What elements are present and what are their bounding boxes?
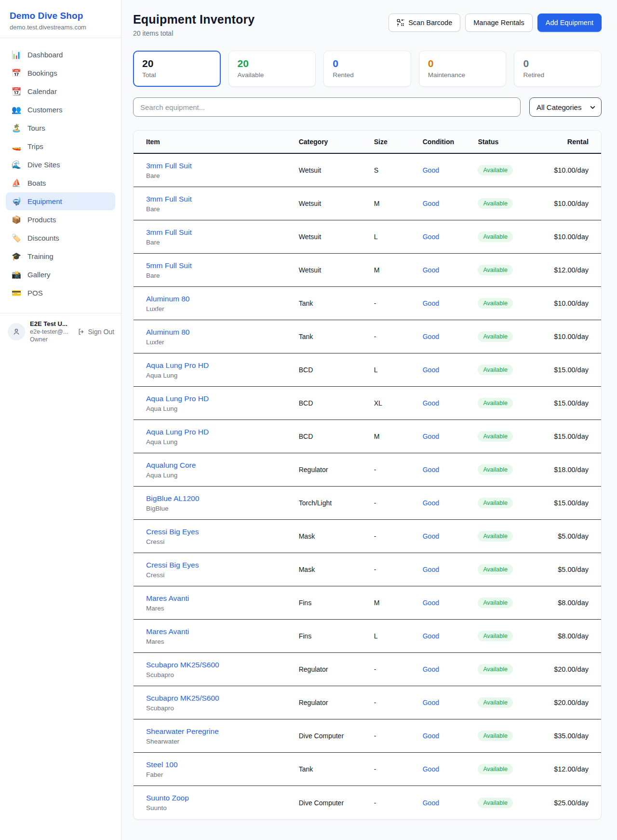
category-select[interactable]: All Categories (529, 97, 602, 117)
condition-link[interactable]: Good (423, 399, 439, 407)
stat-card-total[interactable]: 20 Total (133, 51, 221, 87)
size-cell: L (374, 632, 423, 640)
item-name-link[interactable]: 3mm Full Suit (146, 195, 299, 203)
condition-link[interactable]: Good (423, 366, 439, 374)
table-row: Aqua Lung Pro HD Aqua Lung BCD XL Good A… (134, 387, 601, 420)
sidebar-item-boats[interactable]: ⛵ Boats (6, 174, 115, 192)
condition-link[interactable]: Good (423, 632, 439, 640)
sidebar-item-equipment[interactable]: 🤿 Equipment (6, 192, 115, 210)
sidebar-item-discounts[interactable]: 🏷️ Discounts (6, 229, 115, 247)
category-cell: BCD (299, 366, 374, 374)
condition-link[interactable]: Good (423, 233, 439, 241)
sign-out-icon (78, 328, 85, 336)
item-name-link[interactable]: 3mm Full Suit (146, 162, 299, 170)
sidebar-item-trips[interactable]: 🚤 Trips (6, 137, 115, 155)
condition-link[interactable]: Good (423, 466, 439, 474)
item-name-link[interactable]: Aqua Lung Pro HD (146, 394, 299, 403)
condition-cell: Good (423, 399, 478, 407)
condition-link[interactable]: Good (423, 765, 439, 773)
item-name-link[interactable]: Suunto Zoop (146, 794, 299, 802)
add-equipment-button[interactable]: Add Equipment (537, 14, 602, 32)
item-name-link[interactable]: Scubapro MK25/S600 (146, 694, 299, 703)
rental-cell: $12.00/day (536, 266, 589, 274)
sidebar-item-dive-sites[interactable]: 🌊 Dive Sites (6, 156, 115, 174)
sidebar-item-bookings[interactable]: 📅 Bookings (6, 64, 115, 82)
category-cell: Mask (299, 566, 374, 573)
status-badge: Available (478, 531, 513, 542)
condition-link[interactable]: Good (423, 665, 439, 673)
sidebar-item-calendar[interactable]: 📆 Calendar (6, 82, 115, 100)
table-row: Shearwater Peregrine Shearwater Dive Com… (134, 719, 601, 753)
condition-link[interactable]: Good (423, 433, 439, 440)
size-cell: - (374, 665, 423, 673)
column-header-category: Category (299, 138, 374, 146)
stat-card-maintenance[interactable]: 0 Maintenance (419, 51, 507, 87)
condition-link[interactable]: Good (423, 499, 439, 507)
condition-link[interactable]: Good (423, 333, 439, 340)
item-name-link[interactable]: Aqua Lung Pro HD (146, 428, 299, 436)
condition-link[interactable]: Good (423, 566, 439, 573)
sidebar-item-label: Discounts (27, 234, 59, 242)
item-name-link[interactable]: Aqua Lung Pro HD (146, 361, 299, 370)
category-cell: Torch/Light (299, 499, 374, 507)
item-name-link[interactable]: Aqualung Core (146, 461, 299, 470)
condition-link[interactable]: Good (423, 166, 439, 174)
condition-link[interactable]: Good (423, 732, 439, 740)
stat-card-retired[interactable]: 0 Retired (514, 51, 602, 87)
item-name-link[interactable]: Mares Avanti (146, 594, 299, 603)
sidebar-item-products[interactable]: 📦 Products (6, 211, 115, 229)
item-name-link[interactable]: Scubapro MK25/S600 (146, 661, 299, 669)
condition-link[interactable]: Good (423, 266, 439, 274)
manage-rentals-button[interactable]: Manage Rentals (465, 14, 533, 32)
equipment-table: Item Category Size Condition Status Rent… (133, 130, 602, 820)
item-name-link[interactable]: 3mm Full Suit (146, 228, 299, 237)
condition-link[interactable]: Good (423, 200, 439, 207)
size-cell: - (374, 499, 423, 507)
sidebar-item-training[interactable]: 🎓 Training (6, 247, 115, 265)
condition-cell: Good (423, 799, 478, 807)
sidebar-item-dashboard[interactable]: 📊 Dashboard (6, 46, 115, 64)
item-cell: Steel 100 Faber (146, 760, 299, 778)
condition-link[interactable]: Good (423, 532, 439, 540)
condition-link[interactable]: Good (423, 599, 439, 607)
stat-label: Total (142, 71, 212, 79)
item-name-link[interactable]: Aluminum 80 (146, 328, 299, 337)
stat-card-rented[interactable]: 0 Rented (323, 51, 411, 87)
scan-barcode-button[interactable]: Scan Barcode (389, 14, 460, 32)
stat-card-available[interactable]: 20 Available (228, 51, 316, 87)
size-cell: L (374, 233, 423, 241)
sidebar: Demo Dive Shop demo.test.divestreams.com… (0, 0, 121, 840)
sidebar-item-customers[interactable]: 👥 Customers (6, 101, 115, 119)
page-title: Equipment Inventory (133, 13, 255, 27)
sidebar-item-icon: 🎓 (12, 252, 21, 261)
item-name-link[interactable]: Cressi Big Eyes (146, 561, 299, 569)
item-cell: 3mm Full Suit Bare (146, 228, 299, 246)
item-name-link[interactable]: Aluminum 80 (146, 295, 299, 303)
items-total-count: 20 items total (133, 29, 255, 37)
condition-link[interactable]: Good (423, 299, 439, 307)
item-name-link[interactable]: Steel 100 (146, 760, 299, 769)
table-row: Scubapro MK25/S600 Scubapro Regulator - … (134, 686, 601, 719)
size-cell: - (374, 699, 423, 706)
sidebar-item-label: Calendar (27, 87, 57, 95)
sign-out-button[interactable]: Sign Out (78, 328, 114, 336)
item-name-link[interactable]: Cressi Big Eyes (146, 528, 299, 536)
size-cell: - (374, 799, 423, 807)
table-row: Aqua Lung Pro HD Aqua Lung BCD L Good Av… (134, 353, 601, 387)
item-cell: Scubapro MK25/S600 Scubapro (146, 694, 299, 712)
sidebar-item-gallery[interactable]: 📸 Gallery (6, 266, 115, 284)
item-name-link[interactable]: BigBlue AL1200 (146, 494, 299, 503)
item-name-link[interactable]: Shearwater Peregrine (146, 727, 299, 736)
item-name-link[interactable]: Mares Avanti (146, 627, 299, 636)
search-input[interactable] (133, 97, 521, 117)
user-role: Owner (30, 336, 73, 343)
item-brand: Cressi (146, 538, 299, 545)
sidebar-item-pos[interactable]: 💳 POS (6, 284, 115, 302)
condition-cell: Good (423, 699, 478, 706)
condition-link[interactable]: Good (423, 699, 439, 706)
sidebar-item-tours[interactable]: 🏝️ Tours (6, 119, 115, 137)
condition-link[interactable]: Good (423, 799, 439, 807)
item-brand: Cressi (146, 571, 299, 579)
status-cell: Available (478, 265, 535, 275)
item-name-link[interactable]: 5mm Full Suit (146, 261, 299, 270)
